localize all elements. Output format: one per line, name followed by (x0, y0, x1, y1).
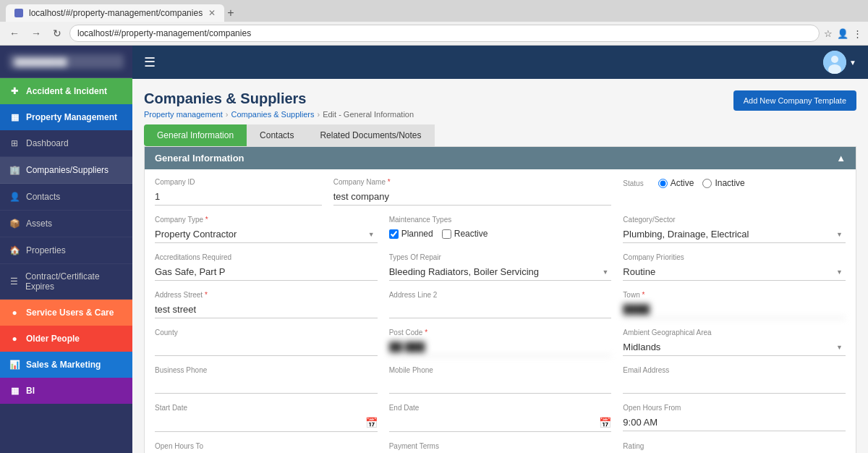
reload-button[interactable]: ↻ (49, 26, 65, 41)
start-date-input[interactable] (155, 418, 365, 428)
svg-point-1 (831, 56, 838, 63)
email-address-input[interactable] (623, 376, 846, 394)
sidebar-item-assets[interactable]: 📦 Assets (0, 211, 132, 237)
contacts-icon: 👤 (9, 191, 20, 203)
tab-contacts[interactable]: Contacts (247, 124, 307, 146)
sidebar-service-button[interactable]: ● Service Users & Care (0, 300, 132, 326)
status-inactive-option[interactable]: Inactive (702, 178, 744, 188)
dashboard-icon: ⊞ (9, 137, 20, 149)
ambient-geo-select-wrapper: Midlands (623, 339, 846, 356)
breadcrumb: Property management › Companies & Suppli… (144, 110, 414, 119)
ambient-geo-select[interactable]: Midlands (623, 339, 846, 356)
sidebar-item-properties[interactable]: 🏠 Properties (0, 237, 132, 264)
tab-documents[interactable]: Related Documents/Notes (307, 124, 434, 146)
accreditations-group: Accreditations Required (155, 253, 378, 281)
sidebar-bi-button[interactable]: ▦ BI (0, 378, 132, 404)
section-content: Company ID Company Name * Status (145, 169, 856, 453)
category-sector-select[interactable]: Plumbing, Drainage, Electrical (623, 226, 846, 243)
start-date-wrapper: 📅 (155, 414, 378, 432)
start-date-calendar-icon[interactable]: 📅 (365, 417, 378, 428)
county-label: County (155, 329, 378, 336)
contracts-icon: ☰ (9, 276, 20, 287)
form-row-6: Business Phone Mobile Phone Email Addres… (155, 366, 846, 394)
maintenance-types-group: Maintenance Types Planned Reactive (389, 216, 612, 243)
status-active-option[interactable]: Active (658, 178, 694, 188)
user-menu-button[interactable]: ▼ (823, 51, 856, 74)
tab-title: localhost/#/property-management/companie… (29, 8, 203, 18)
end-date-label: End Date (389, 404, 612, 412)
sidebar-item-companies[interactable]: 🏢 Companies/Suppliers (0, 157, 132, 184)
sidebar-property-button[interactable]: ▦ Property Management (0, 104, 132, 130)
accident-label: Accident & Incident (26, 86, 107, 96)
end-date-calendar-icon[interactable]: 📅 (599, 417, 611, 428)
back-button[interactable]: ← (6, 26, 23, 41)
breadcrumb-companies[interactable]: Companies & Suppliers (231, 110, 315, 119)
start-date-group: Start Date 📅 (155, 404, 378, 432)
form-row-2: Company Type * Property Contractor Maint… (155, 216, 846, 243)
company-priorities-select[interactable]: Routine (623, 263, 846, 281)
open-hours-from-input[interactable] (623, 414, 846, 431)
address-street-input[interactable] (155, 301, 378, 318)
sidebar-sales-button[interactable]: 📊 Sales & Marketing (0, 352, 132, 378)
sidebar-item-dashboard[interactable]: ⊞ Dashboard (0, 130, 132, 157)
companies-label: Companies/Suppliers (26, 165, 109, 175)
reactive-checkbox[interactable] (442, 229, 451, 239)
business-phone-input[interactable] (155, 376, 378, 394)
email-address-group: Email Address (623, 366, 846, 394)
status-active-radio[interactable] (658, 179, 668, 188)
company-name-group: Company Name * (333, 178, 612, 206)
page-header: Companies & Suppliers Property managemen… (144, 90, 856, 119)
payment-terms-group: Payment Terms Net 30 (389, 442, 612, 453)
breadcrumb-property[interactable]: Property management (144, 110, 223, 119)
contracts-label: Contract/Certificate Expires (25, 271, 124, 292)
company-type-select[interactable]: Property Contractor (155, 226, 378, 243)
bookmark-icon[interactable]: ☆ (824, 28, 833, 39)
address-line2-input[interactable] (389, 301, 612, 318)
company-id-input[interactable] (155, 188, 322, 206)
menu-icon[interactable]: ⋮ (853, 28, 862, 39)
property-label: Property Management (26, 112, 117, 122)
planned-checkbox[interactable] (389, 229, 399, 239)
new-tab-button[interactable]: + (227, 7, 234, 20)
status-inactive-radio[interactable] (702, 179, 712, 188)
tab-general[interactable]: General Information (144, 124, 247, 146)
business-phone-group: Business Phone (155, 366, 378, 394)
sidebar-accident-button[interactable]: ✚ Accident & Incident (0, 78, 132, 104)
section-header[interactable]: General Information ▲ (145, 147, 856, 169)
post-code-group: Post Code * (389, 329, 612, 356)
address-bar[interactable] (69, 25, 820, 42)
planned-option[interactable]: Planned (389, 229, 433, 239)
sidebar-item-contracts[interactable]: ☰ Contract/Certificate Expires (0, 264, 132, 300)
reactive-option[interactable]: Reactive (442, 229, 488, 239)
county-input[interactable] (155, 339, 378, 356)
sidebar-item-contacts[interactable]: 👤 Contacts (0, 184, 132, 211)
ambient-geo-group: Ambient Geographical Area Midlands (623, 329, 846, 356)
browser-tab[interactable]: localhost/#/property-management/companie… (6, 4, 224, 22)
end-date-group: End Date 📅 (389, 404, 612, 432)
hamburger-button[interactable]: ☰ (144, 54, 156, 70)
reactive-label: Reactive (454, 229, 488, 239)
types-of-repair-label: Types Of Repair (389, 253, 612, 261)
post-code-input[interactable] (389, 339, 612, 356)
accreditations-label: Accreditations Required (155, 253, 378, 261)
company-name-input[interactable] (333, 188, 612, 206)
accreditations-input[interactable] (155, 263, 378, 281)
companies-icon: 🏢 (9, 164, 20, 176)
tab-close-icon[interactable]: ✕ (208, 8, 216, 18)
town-input[interactable] (623, 301, 846, 318)
company-id-label: Company ID (155, 178, 322, 186)
forward-button[interactable]: → (27, 26, 45, 41)
nav-bar: ← → ↻ ☆ 👤 ⋮ (0, 22, 868, 45)
dashboard-label: Dashboard (26, 138, 69, 148)
sidebar-older-button[interactable]: ● Older People (0, 326, 132, 352)
page-header-left: Companies & Suppliers Property managemen… (144, 90, 414, 119)
end-date-input[interactable] (389, 418, 600, 428)
mobile-phone-input[interactable] (389, 376, 612, 394)
types-of-repair-select[interactable]: Bleeding Radiators, Boiler Servicing (389, 263, 612, 281)
general-info-section: General Information ▲ Company ID Company… (144, 146, 856, 453)
browser-actions: ☆ 👤 ⋮ (824, 28, 862, 39)
county-group: County (155, 329, 378, 356)
company-priorities-label: Company Priorities (623, 253, 846, 261)
add-company-button[interactable]: Add New Company Template (733, 90, 856, 111)
account-icon[interactable]: 👤 (837, 28, 848, 39)
